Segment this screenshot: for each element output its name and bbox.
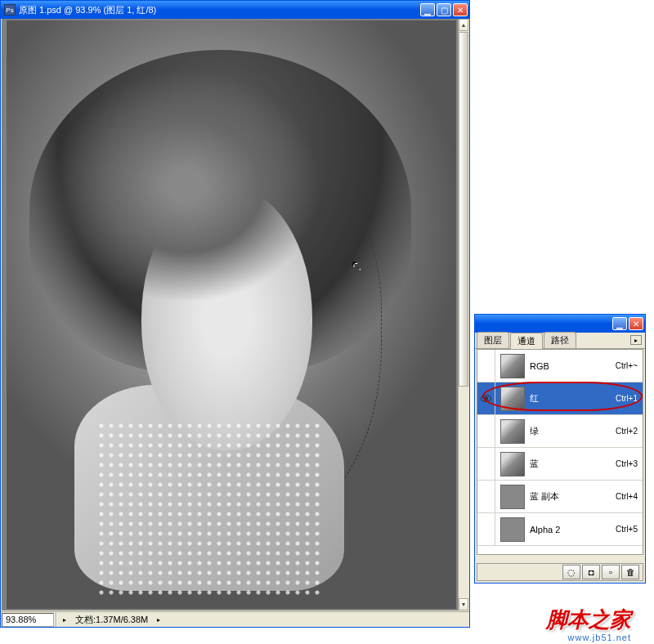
scroll-down-icon[interactable]: ▾ <box>459 598 468 610</box>
cursor-icon: ↖ <box>351 257 361 273</box>
watermark-text: 脚本之家 <box>546 606 631 634</box>
zoom-field[interactable]: 93.88% <box>2 613 54 627</box>
canvas-image[interactable] <box>7 20 456 609</box>
channel-name: 蓝 <box>530 458 616 470</box>
document-title: 原图 1.psd @ 93.9% (图层 1, 红/8) <box>19 4 420 16</box>
panel-menu-icon[interactable]: ▸ <box>630 335 642 345</box>
delete-channel-button[interactable]: 🗑 <box>621 565 639 579</box>
visibility-toggle[interactable] <box>477 350 495 382</box>
channel-shortcut: Ctrl+4 <box>616 492 638 501</box>
visibility-toggle[interactable] <box>477 448 495 480</box>
panel-tabs: 图层 通道 路径 ▸ <box>475 333 645 349</box>
channel-row-rgb[interactable]: RGB Ctrl+~ <box>477 350 643 382</box>
statusbar: 93.88% ▸ 文档:1.37M/6.38M ▸ <box>1 611 469 627</box>
channel-name: 红 <box>530 392 616 405</box>
channel-row-blue[interactable]: 蓝 Ctrl+3 <box>477 448 643 481</box>
channel-thumb <box>500 452 525 476</box>
app-icon: Ps <box>4 4 16 16</box>
tab-channels[interactable]: 通道 <box>510 333 543 349</box>
channel-thumb <box>500 485 525 509</box>
channel-name: RGB <box>530 361 616 371</box>
visibility-toggle[interactable] <box>477 382 495 414</box>
status-dropdown-icon[interactable]: ▸ <box>153 616 164 624</box>
panel-minimize-button[interactable]: ▁ <box>612 317 627 330</box>
channel-name: 绿 <box>530 425 616 437</box>
channel-row-blue-copy[interactable]: 蓝 副本 Ctrl+4 <box>477 481 643 513</box>
panel-titlebar[interactable]: ▁ ✕ <box>475 315 645 333</box>
channel-row-red[interactable]: 红 Ctrl+1 <box>477 382 643 415</box>
panel-close-button[interactable]: ✕ <box>629 317 643 330</box>
watermark-url: www.jb51.net <box>568 633 631 642</box>
maximize-button[interactable]: ▢ <box>437 3 451 16</box>
channel-thumb <box>500 419 525 444</box>
channel-thumb <box>500 387 525 411</box>
scroll-thumb[interactable] <box>459 32 468 387</box>
channel-shortcut: Ctrl+5 <box>616 525 638 534</box>
minimize-button[interactable]: ▁ <box>420 3 435 16</box>
channel-thumb <box>500 517 525 542</box>
tab-paths[interactable]: 路径 <box>544 332 576 348</box>
visibility-toggle[interactable] <box>477 481 495 512</box>
panel-footer: ◌ ◘ ▫ 🗑 <box>477 563 643 581</box>
channel-shortcut: Ctrl+1 <box>616 394 638 403</box>
channel-shortcut: Ctrl+3 <box>616 459 638 468</box>
channel-row-alpha2[interactable]: Alpha 2 Ctrl+5 <box>477 513 643 546</box>
visibility-toggle[interactable] <box>477 415 495 447</box>
channel-thumb <box>500 354 525 378</box>
channel-row-green[interactable]: 绿 Ctrl+2 <box>477 415 643 448</box>
channels-panel: ▁ ✕ 图层 通道 路径 ▸ RGB Ctrl+~ 红 Ctrl+1 绿 Ctr… <box>474 314 646 584</box>
close-button[interactable]: ✕ <box>453 3 468 16</box>
channel-shortcut: Ctrl+2 <box>616 427 638 436</box>
eye-icon <box>481 395 491 402</box>
status-menu-icon[interactable]: ▸ <box>59 616 70 624</box>
channel-name: 蓝 副本 <box>530 490 616 503</box>
channel-name: Alpha 2 <box>530 525 616 534</box>
scroll-up-icon[interactable]: ▴ <box>459 19 468 31</box>
document-titlebar[interactable]: Ps 原图 1.psd @ 93.9% (图层 1, 红/8) ▁ ▢ ✕ <box>1 1 469 19</box>
canvas-area[interactable] <box>2 19 458 610</box>
document-info: 文档:1.37M/6.38M <box>70 614 153 626</box>
vertical-scrollbar[interactable]: ▴ ▾ <box>458 19 468 610</box>
visibility-toggle[interactable] <box>477 513 495 545</box>
document-window: Ps 原图 1.psd @ 93.9% (图层 1, 红/8) ▁ ▢ ✕ ↖ … <box>0 0 470 628</box>
channel-shortcut: Ctrl+~ <box>616 361 638 370</box>
new-channel-button[interactable]: ▫ <box>602 565 620 579</box>
channel-list: RGB Ctrl+~ 红 Ctrl+1 绿 Ctrl+2 蓝 Ctrl+3 蓝 … <box>477 349 643 555</box>
load-selection-button[interactable]: ◌ <box>562 565 580 579</box>
save-selection-button[interactable]: ◘ <box>582 565 600 579</box>
tab-layers[interactable]: 图层 <box>477 332 509 348</box>
